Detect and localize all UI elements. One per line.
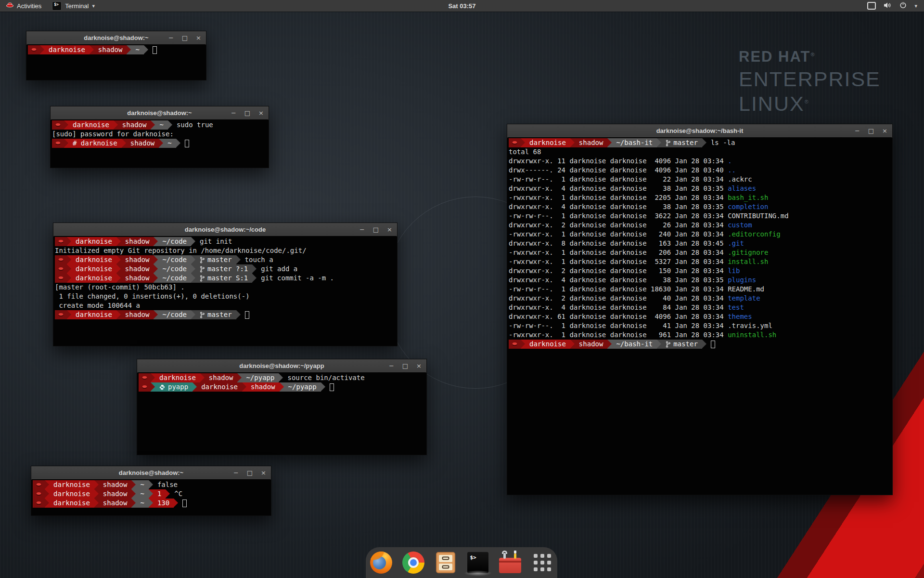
screwdriver-icon [514,553,516,559]
prompt-segment: darknoise [525,138,570,147]
segment-separator [94,480,99,489]
terminal-window-home-1: darknoise@shadow:~ − □ × darknoiseshadow… [26,31,206,80]
maximize-button[interactable]: □ [182,31,188,44]
prompt-segment: shadow [205,373,238,382]
dock-item-app-grid[interactable] [531,551,553,575]
app-menu-terminal[interactable]: $> Terminal ▾ [47,0,100,12]
prompt-segment [55,264,67,274]
terminal-prompt-line: darknoiseshadow~1^C [33,489,270,499]
segment-separator [127,45,131,54]
maximize-button[interactable]: □ [247,466,253,479]
minimize-button[interactable]: − [359,223,365,236]
close-button[interactable]: × [882,124,887,137]
ls-row-meta: drwxrwxr-x. 2 darknoise darknoise 150 Ja… [509,267,728,275]
terminal-content[interactable]: darknoiseshadow~/codegit initInitialized… [54,236,397,345]
segment-separator [144,45,148,54]
segment-separator [168,120,172,130]
redhat-icon [36,483,42,487]
branch-icon [200,312,205,318]
window-controls: − □ × [168,31,201,44]
segment-separator [67,274,71,283]
ls-row-meta: -rwxrwxr-x. 1 darknoise darknoise 2205 J… [509,194,728,201]
minimize-button[interactable]: − [855,124,860,137]
file-name: .gitignore [728,249,768,256]
segment-separator [67,310,71,319]
minimize-button[interactable]: − [389,359,394,372]
close-button[interactable]: × [261,466,266,479]
minimize-button[interactable]: − [168,31,174,44]
terminal-content[interactable]: darknoiseshadow~falsedarknoiseshadow~1^C… [32,479,270,515]
segment-separator [154,264,158,274]
dock-item-terminal[interactable]: $> [467,551,489,575]
activities-button[interactable]: Activities [0,0,47,12]
prompt-segment: shadow [118,120,151,130]
terminal-prompt-line: darknoiseshadow~/bash-itmasterls -la [509,138,892,147]
prompt-segment: master [195,255,236,264]
segment-separator [90,45,94,54]
terminal-content[interactable]: darknoiseshadow~/pyappsource bin/activat… [138,372,426,454]
segment-separator [192,382,197,392]
file-name: completion [728,203,768,210]
terminal-content[interactable]: darknoiseshadow~/bash-itmasterls -latota… [508,137,892,494]
dock-item-toolbox[interactable] [499,551,521,575]
terminal-prompt-line: darknoiseshadow~/pyappsource bin/activat… [139,373,426,382]
system-status-area[interactable]: ▾ [867,0,924,12]
segment-separator [321,382,325,392]
maximize-button[interactable]: □ [868,124,874,137]
terminal-content[interactable]: darknoiseshadow~sudo true[sudo] password… [51,119,268,167]
close-button[interactable]: × [416,359,422,372]
title-bar[interactable]: darknoise@shadow:~/bash-it − □ × [507,124,892,138]
segment-separator [166,489,170,499]
file-cabinet-icon [436,552,455,573]
ls-row: drwxrwxr-x. 8 darknoise darknoise 163 Ja… [509,239,892,248]
file-name: lib [728,267,740,275]
dock: $> [366,547,557,578]
terminal-content[interactable]: darknoiseshadow~ [27,44,205,79]
title-bar[interactable]: darknoise@shadow:~ − □ × [31,466,271,480]
dock-item-firefox[interactable] [370,551,392,575]
ls-row: -rw-rw-r--. 1 darknoise darknoise 18630 … [509,285,892,294]
close-button[interactable]: × [258,106,264,119]
segment-separator [67,237,71,246]
command-text: touch a [245,255,273,264]
command-text: ^C [174,489,182,499]
toolbox-icon [499,558,521,573]
ls-row: -rw-rw-r--. 1 darknoise darknoise 22 Jan… [509,175,892,184]
ls-row-meta: -rwxrwxr-x. 1 darknoise darknoise 5327 J… [509,258,728,265]
terminal-prompt-line: darknoiseshadow~ [28,45,205,54]
ls-row: drwxrwxr-x. 61 darknoise darknoise 4096 … [509,312,892,321]
title-bar[interactable]: darknoise@shadow:~ − □ × [51,106,269,120]
prompt-segment: darknoise [525,340,570,349]
segment-separator [122,139,126,148]
clock[interactable]: Sat 03:57 [0,2,924,10]
dock-item-chrome[interactable] [402,551,424,575]
maximize-button[interactable]: □ [373,223,379,236]
maximize-button[interactable]: □ [244,106,250,119]
rhel-logo-line1: RED HAT® [739,48,881,66]
segment-separator [252,274,257,283]
ls-row: drwxrwxr-x. 2 darknoise darknoise 40 Jan… [509,294,892,303]
title-bar[interactable]: darknoise@shadow:~/pyapp − □ × [137,359,426,373]
prompt-segment [28,45,40,54]
file-name: .travis.yml [728,322,772,329]
terminal-window-code: darknoise@shadow:~/code − □ × darknoises… [53,223,398,346]
segment-separator [45,499,49,508]
title-bar[interactable]: darknoise@shadow:~ − □ × [26,31,206,45]
prompt-segment: shadow [121,264,154,274]
prompt-segment: shadow [121,310,154,319]
ls-row-meta: drwxrwxr-x. 4 darknoise darknoise 38 Jan… [509,184,728,192]
ls-row-meta: -rwxrwxr-x. 1 darknoise darknoise 240 Ja… [509,230,728,238]
dock-item-files[interactable] [435,551,457,575]
minimize-button[interactable]: − [231,106,236,119]
close-button[interactable]: × [196,31,201,44]
window-controls: − □ × [389,359,422,372]
title-bar[interactable]: darknoise@shadow:~/code − □ × [53,223,397,236]
prompt-segment: darknoise [71,310,116,319]
maximize-button[interactable]: □ [402,359,408,372]
ls-row-meta: drwxrwxr-x. 4 darknoise darknoise 38 Jan… [509,203,728,210]
ls-row-meta: -rwxrwxr-x. 1 darknoise darknoise 206 Ja… [509,249,728,256]
segment-separator [149,480,153,489]
minimize-button[interactable]: − [233,466,239,479]
prompt-segment: 130 [153,499,174,508]
close-button[interactable]: × [387,223,392,236]
